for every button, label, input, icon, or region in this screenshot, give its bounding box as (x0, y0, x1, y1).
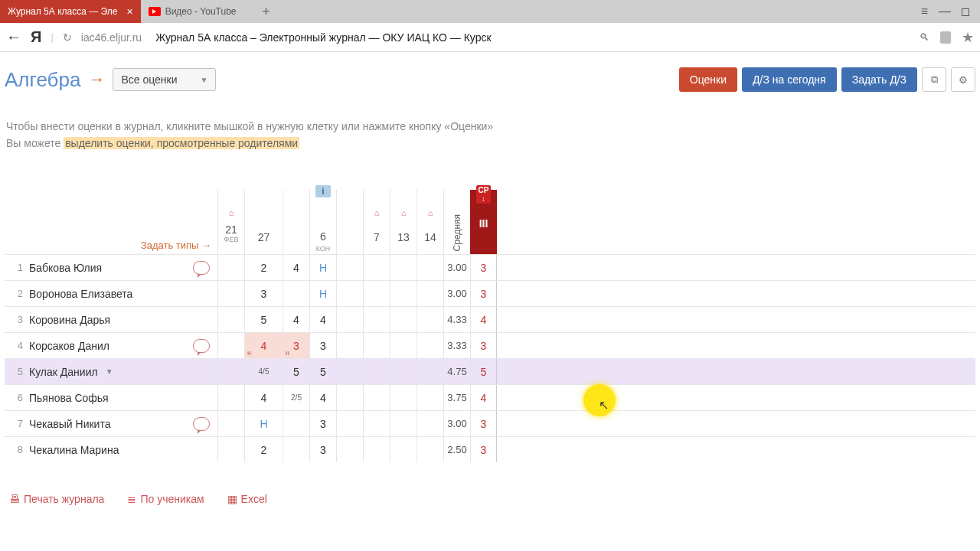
grade-cell[interactable] (217, 359, 244, 384)
grade-cell[interactable]: 5 (283, 359, 309, 384)
date-column[interactable]: i6КОН (309, 190, 336, 254)
period-cell[interactable]: 3 (470, 437, 497, 462)
grade-cell[interactable]: 4 (244, 385, 283, 410)
grade-cell[interactable] (416, 281, 443, 306)
minimize-icon[interactable]: — (939, 5, 951, 18)
grade-cell[interactable]: 3 (309, 437, 336, 462)
grade-cell[interactable]: 2 (244, 255, 283, 280)
grade-cell[interactable] (416, 437, 443, 462)
table-row[interactable]: 2Воронова Елизавета3Н3.003 (5, 280, 975, 306)
grade-cell[interactable] (416, 333, 443, 358)
grade-cell[interactable] (416, 385, 443, 410)
grade-cell[interactable] (336, 255, 363, 280)
date-column[interactable] (283, 190, 309, 254)
maximize-icon[interactable] (962, 5, 969, 18)
grade-cell[interactable] (336, 411, 363, 436)
browser-tab-youtube[interactable]: Видео - YouTube (141, 0, 256, 23)
grade-cell[interactable]: 4 (309, 307, 336, 332)
new-tab-button[interactable]: + (256, 4, 277, 20)
period-cell[interactable]: 4 (470, 307, 497, 332)
grade-cell[interactable]: 2 (244, 437, 283, 462)
grade-cell[interactable] (363, 333, 390, 358)
reload-icon[interactable]: ↻ (63, 31, 72, 44)
student-name[interactable]: Бабкова Юлия (29, 262, 102, 274)
grade-cell[interactable] (390, 437, 416, 462)
grade-cell[interactable]: 2/5 (283, 385, 309, 410)
grade-cell[interactable] (363, 307, 390, 332)
date-column[interactable]: ⌂7 (363, 190, 390, 254)
grade-cell[interactable] (283, 281, 309, 306)
grade-cell[interactable]: 4/5 (244, 359, 283, 384)
browser-tab-active[interactable]: Журнал 5А класса — Эле × (0, 0, 141, 23)
grade-cell[interactable] (336, 333, 363, 358)
table-row[interactable]: 6Пьянова Софья42/543.754 (5, 384, 975, 410)
grade-cell[interactable] (336, 385, 363, 410)
grade-cell[interactable] (363, 437, 390, 462)
grade-cell[interactable] (336, 359, 363, 384)
date-column[interactable]: ⌂21ФЕВ (217, 190, 244, 254)
grade-cell[interactable] (217, 385, 244, 410)
grade-cell[interactable] (416, 359, 443, 384)
bookmark-icon[interactable]: ★ (962, 29, 974, 46)
grade-cell[interactable] (283, 411, 309, 436)
grade-cell[interactable]: 4 (283, 255, 309, 280)
print-journal-link[interactable]: 🖶 Печать журнала (9, 493, 104, 505)
caret-down-icon[interactable]: ▼ (106, 367, 113, 376)
student-name[interactable]: Чекавый Никита (29, 418, 110, 430)
gear-icon[interactable]: ⚙ (951, 67, 975, 92)
grade-cell[interactable]: 4н (244, 333, 283, 358)
grade-cell[interactable] (416, 255, 443, 280)
comment-icon[interactable] (193, 417, 210, 431)
grade-cell[interactable] (363, 359, 390, 384)
grade-cell[interactable] (390, 281, 416, 306)
grade-cell[interactable] (336, 437, 363, 462)
yandex-logo[interactable]: Я (31, 28, 41, 46)
copy-icon[interactable]: ⧉ (922, 67, 946, 92)
student-name[interactable]: Воронова Елизавета (29, 288, 132, 300)
grade-cell[interactable] (217, 333, 244, 358)
grade-cell[interactable]: 3 (309, 333, 336, 358)
table-row[interactable]: 1Бабкова Юлия24Н3.003 (5, 254, 975, 280)
grade-cell[interactable] (336, 281, 363, 306)
comment-icon[interactable] (193, 339, 210, 353)
grade-cell[interactable] (390, 307, 416, 332)
student-name[interactable]: Коровина Дарья (29, 314, 110, 326)
table-row[interactable]: 3Коровина Дарья5444.334 (5, 306, 975, 332)
grade-cell[interactable] (283, 437, 309, 462)
table-row[interactable]: 5Кулак Даниил▼4/5554.755 (5, 358, 975, 384)
grade-cell[interactable]: 3 (244, 281, 283, 306)
period-cell[interactable]: 4 (470, 385, 497, 410)
grade-cell[interactable] (217, 307, 244, 332)
student-name[interactable]: Чекалина Марина (29, 444, 119, 456)
search-icon[interactable]: 🔍︎ (920, 31, 929, 43)
highlight-link[interactable]: выделить оценки, просмотренные родителям… (64, 137, 299, 149)
table-row[interactable]: 7Чекавый НикитаН33.003 (5, 410, 975, 436)
set-types-link[interactable]: Задать типы → (141, 240, 211, 251)
date-column[interactable]: ⌂14 (416, 190, 443, 254)
cp-badge[interactable]: СР ↓ (476, 185, 492, 204)
period-cell[interactable]: 3 (470, 281, 497, 306)
period-cell[interactable]: 5 (470, 359, 497, 384)
grade-filter-dropdown[interactable]: Все оценки ▼ (113, 68, 216, 91)
grade-cell[interactable] (217, 411, 244, 436)
date-column[interactable]: ⌂13 (390, 190, 416, 254)
grade-cell[interactable] (336, 307, 363, 332)
close-icon[interactable]: × (126, 5, 132, 18)
period-cell[interactable]: 3 (470, 411, 497, 436)
period-cell[interactable]: 3 (470, 255, 497, 280)
student-name[interactable]: Пьянова Софья (29, 392, 109, 404)
grade-cell[interactable] (390, 411, 416, 436)
date-column[interactable] (336, 190, 363, 254)
grade-cell[interactable]: Н (244, 411, 283, 436)
grade-cell[interactable]: 3н (283, 333, 309, 358)
grade-cell[interactable]: 3 (309, 411, 336, 436)
info-icon[interactable]: i (315, 185, 331, 197)
homework-today-button[interactable]: Д/З на сегодня (742, 67, 837, 92)
grade-cell[interactable] (363, 411, 390, 436)
grade-cell[interactable] (416, 411, 443, 436)
student-name[interactable]: Кулак Даниил (29, 366, 98, 378)
excel-link[interactable]: ▦ Excel (227, 493, 267, 505)
grade-cell[interactable]: 5 (244, 307, 283, 332)
grade-cell[interactable] (390, 359, 416, 384)
table-row[interactable]: 8Чекалина Марина232.503 (5, 436, 975, 462)
